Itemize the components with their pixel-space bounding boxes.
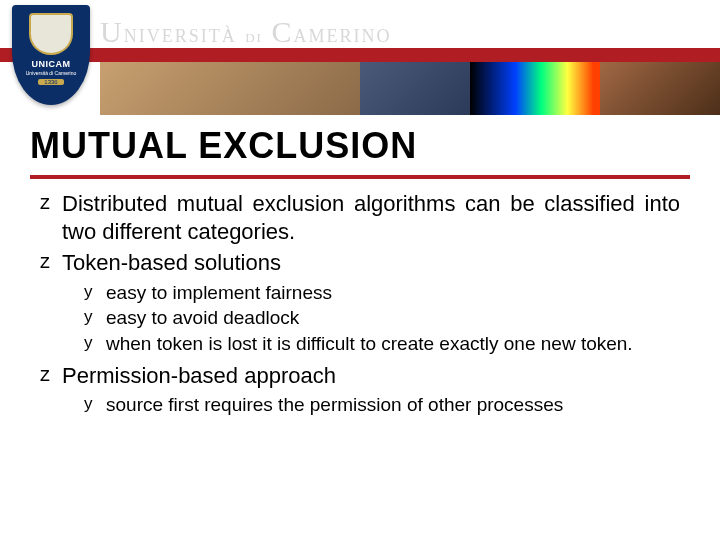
header: UNICAM Università di Camerino 1336 Unive… xyxy=(0,0,720,115)
bullet-level2: y easy to implement fairness xyxy=(84,281,680,305)
bullet-level1: z Token-based solutions xyxy=(40,249,680,277)
slide-title: MUTUAL EXCLUSION xyxy=(30,125,417,167)
bullet-y-icon: y xyxy=(84,332,106,353)
sub-bullet-group: y easy to implement fairness y easy to a… xyxy=(84,281,680,356)
bullet-z-icon: z xyxy=(40,362,62,387)
bullet-text: easy to avoid deadlock xyxy=(106,306,680,330)
title-underline xyxy=(30,175,690,179)
bullet-text: source first requires the permission of … xyxy=(106,393,680,417)
logo-year: 1336 xyxy=(38,79,63,85)
bullet-level2: y source first requires the permission o… xyxy=(84,393,680,417)
bullet-text: Permission-based approach xyxy=(62,362,680,390)
bullet-level1: z Distributed mutual exclusion algorithm… xyxy=(40,190,680,245)
header-photo-2 xyxy=(360,62,470,115)
bullet-text: when token is lost it is difficult to cr… xyxy=(106,332,680,356)
bullet-z-icon: z xyxy=(40,190,62,215)
bullet-text: easy to implement fairness xyxy=(106,281,680,305)
bullet-z-icon: z xyxy=(40,249,62,274)
bullet-level2: y easy to avoid deadlock xyxy=(84,306,680,330)
bullet-text: Distributed mutual exclusion algorithms … xyxy=(62,190,680,245)
slide: UNICAM Università di Camerino 1336 Unive… xyxy=(0,0,720,540)
header-photo-1 xyxy=(100,62,360,115)
logo-main-text: UNICAM xyxy=(32,59,71,69)
crest-icon xyxy=(29,13,73,55)
bullet-y-icon: y xyxy=(84,281,106,302)
bullet-y-icon: y xyxy=(84,393,106,414)
header-photo-strip xyxy=(100,62,720,115)
university-name: Università di Camerino xyxy=(100,15,391,49)
sub-bullet-group: y source first requires the permission o… xyxy=(84,393,680,417)
bullet-level1: z Permission-based approach xyxy=(40,362,680,390)
slide-content: z Distributed mutual exclusion algorithm… xyxy=(40,190,680,423)
header-stripe xyxy=(0,48,720,62)
bullet-y-icon: y xyxy=(84,306,106,327)
logo-sub-text: Università di Camerino xyxy=(26,70,77,76)
header-photo-3 xyxy=(470,62,600,115)
bullet-level2: y when token is lost it is difficult to … xyxy=(84,332,680,356)
bullet-text: Token-based solutions xyxy=(62,249,680,277)
header-photo-4 xyxy=(600,62,720,115)
university-logo: UNICAM Università di Camerino 1336 xyxy=(12,5,90,105)
